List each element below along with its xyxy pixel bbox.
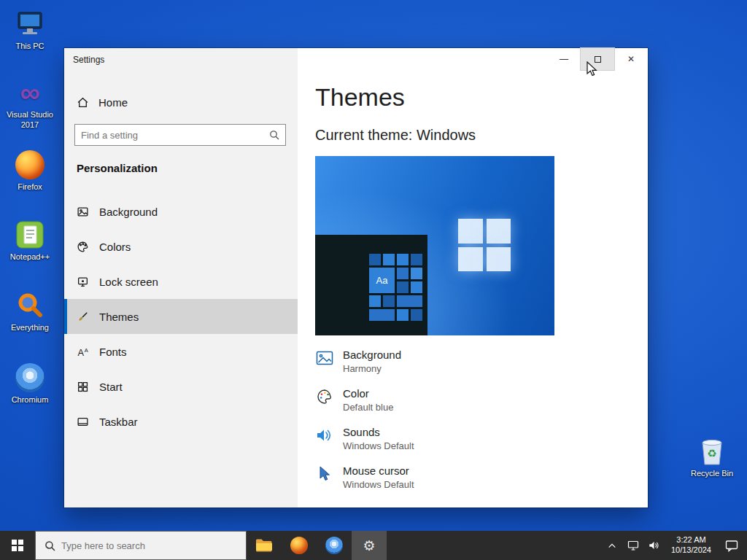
desktop-icon-this-pc[interactable]: This PC: [6, 9, 54, 52]
background-icon: [77, 206, 89, 218]
sidebar-item-label: Background: [99, 206, 158, 218]
setting-title: Background: [343, 349, 401, 361]
fonts-icon: AA: [77, 346, 89, 358]
themes-page: Themes Current theme: Windows Aa: [298, 48, 648, 508]
theme-setting-mouse-cursor[interactable]: Mouse cursor Windows Default: [315, 464, 414, 495]
action-center-icon[interactable]: [721, 535, 743, 556]
setting-title: Color: [343, 387, 393, 400]
page-title: Themes: [315, 83, 405, 112]
sidebar-item-taskbar[interactable]: Taskbar: [64, 404, 298, 439]
background-picture-icon: [315, 349, 334, 367]
desktop-icon-firefox[interactable]: Firefox: [6, 149, 54, 192]
theme-setting-background[interactable]: Background Harmony: [315, 349, 414, 379]
desktop-icon-label: This PC: [15, 42, 44, 52]
svg-text:♻: ♻: [707, 447, 716, 459]
desktop-icon-label: Firefox: [18, 182, 42, 192]
search-icon: [44, 540, 55, 551]
chromium-taskbar-button[interactable]: [317, 531, 352, 560]
settings-search-input[interactable]: [75, 130, 269, 141]
window-controls: — ✕: [547, 48, 648, 70]
sidebar-item-home[interactable]: Home: [64, 89, 298, 115]
sidebar-nav: Background Colors Lock screen: [64, 194, 298, 439]
desktop-icon-recycle-bin[interactable]: ♻ Recycle Bin: [688, 436, 736, 479]
sidebar-item-fonts[interactable]: AA Fonts: [64, 334, 298, 369]
taskbar-apps: ⚙: [247, 531, 387, 560]
setting-value: Windows Default: [343, 440, 414, 451]
desktop-icon-everything[interactable]: Everything: [6, 290, 54, 333]
taskbar-search-box[interactable]: [35, 531, 247, 560]
theme-setting-sounds[interactable]: Sounds Windows Default: [315, 426, 414, 456]
sidebar-item-colors[interactable]: Colors: [64, 229, 298, 264]
visual-studio-icon: ∞: [13, 77, 47, 108]
maximize-icon: [595, 56, 601, 63]
themes-icon: [77, 311, 89, 323]
chromium-icon: [325, 537, 343, 554]
theme-setting-color[interactable]: Color Default blue: [315, 387, 414, 418]
desktop-icon-label: Recycle Bin: [691, 469, 733, 479]
clock-time: 3:22 AM: [671, 535, 711, 545]
network-icon[interactable]: [626, 535, 640, 556]
sidebar-item-label: Lock screen: [99, 276, 158, 288]
setting-value: Harmony: [343, 363, 401, 374]
taskbar-search-input[interactable]: [61, 540, 246, 551]
sidebar-item-start[interactable]: Start: [64, 369, 298, 404]
start-icon: [77, 381, 89, 393]
minimize-button[interactable]: —: [547, 48, 581, 70]
desktop-icon-notepadpp[interactable]: Notepad++: [6, 219, 54, 262]
volume-icon[interactable]: [647, 535, 662, 556]
sidebar-item-lock-screen[interactable]: Lock screen: [64, 264, 298, 299]
clock[interactable]: 3:22 AM 10/13/2024: [668, 535, 714, 556]
firefox-taskbar-button[interactable]: [282, 531, 317, 560]
color-palette-icon: [315, 388, 334, 405]
svg-text:A: A: [85, 346, 88, 353]
close-button[interactable]: ✕: [614, 48, 648, 70]
desktop: This PC ∞ Visual Studio 2017 Firefox Not…: [0, 0, 747, 560]
settings-taskbar-button[interactable]: ⚙: [352, 531, 387, 560]
current-theme-label: Current theme: Windows: [315, 127, 476, 144]
taskbar-icon: [77, 416, 89, 428]
sidebar-item-background[interactable]: Background: [64, 194, 298, 229]
speaker-icon: [315, 427, 334, 444]
maximize-button[interactable]: [581, 48, 614, 70]
file-explorer-button[interactable]: [247, 531, 282, 560]
sidebar-item-label: Start: [99, 381, 123, 393]
theme-preview-image: Aa: [315, 156, 554, 335]
gear-icon: ⚙: [363, 539, 375, 553]
desktop-icon-label: Notepad++: [10, 252, 50, 262]
desktop-icon-label: Visual Studio 2017: [6, 110, 54, 131]
settings-sidebar: Home Personalization Background: [64, 48, 298, 508]
setting-title: Mouse cursor: [343, 464, 414, 477]
start-button[interactable]: [0, 531, 35, 560]
theme-settings-list: Background Harmony Color Default blue: [315, 349, 414, 503]
system-tray: 3:22 AM 10/13/2024: [605, 531, 747, 560]
home-icon: [77, 96, 89, 109]
sidebar-item-label: Colors: [99, 241, 131, 253]
desktop-icon-chromium[interactable]: Chromium: [6, 362, 54, 405]
windows-logo-icon: [12, 540, 23, 551]
lock-screen-icon: [77, 276, 89, 288]
sidebar-item-label: Taskbar: [99, 416, 138, 428]
desktop-icon-visual-studio[interactable]: ∞ Visual Studio 2017: [6, 77, 54, 131]
preview-tiles: Aa: [369, 254, 425, 327]
this-pc-icon: [13, 9, 47, 39]
hidden-icons-chevron[interactable]: [605, 535, 619, 556]
preview-aa-tile: Aa: [369, 268, 395, 293]
firefox-icon: [13, 149, 47, 180]
desktop-icon-label: Everything: [11, 323, 49, 333]
window-title: Settings: [73, 55, 104, 65]
taskbar: ⚙ 3:22 AM 10/13/2024: [0, 531, 747, 560]
preview-start-menu: Aa: [315, 235, 427, 335]
settings-search-box[interactable]: [74, 124, 286, 146]
setting-title: Sounds: [343, 426, 414, 438]
sidebar-item-label: Fonts: [99, 346, 127, 358]
setting-value: Windows Default: [343, 479, 414, 490]
sidebar-item-themes[interactable]: Themes: [64, 299, 298, 334]
settings-window: Settings — ✕ Home Personalization: [64, 48, 648, 508]
colors-icon: [77, 241, 89, 253]
firefox-icon: [290, 537, 308, 554]
sidebar-section-title: Personalization: [77, 162, 158, 174]
svg-text:A: A: [78, 346, 85, 357]
notepadpp-icon: [13, 219, 47, 250]
windows-logo-preview: [458, 219, 511, 271]
setting-value: Default blue: [343, 402, 393, 413]
